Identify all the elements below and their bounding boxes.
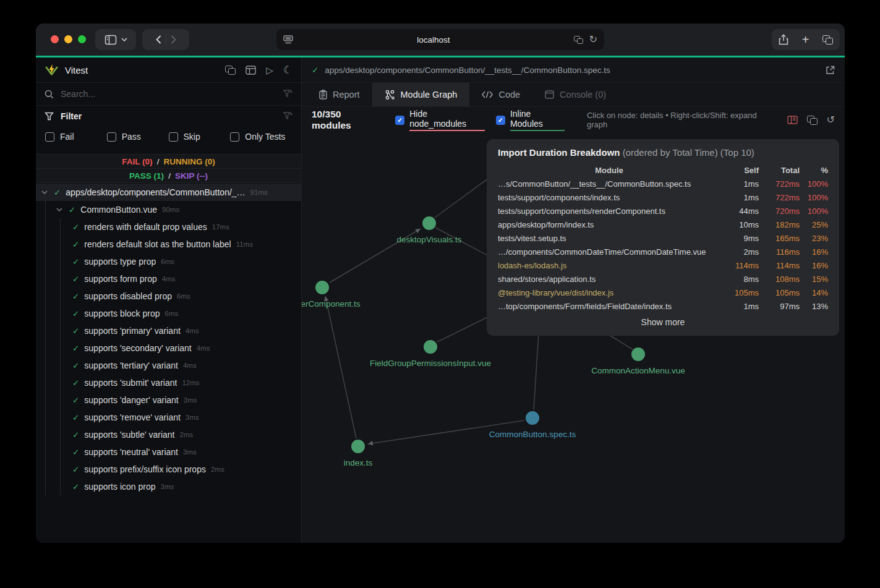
module-name[interactable]: …/components/CommonDateTime/CommonDateTi… [498,247,720,257]
module-name[interactable]: @testing-library/vue/dist/index.js [498,288,720,297]
test-case-row[interactable]: ✓ supports 'subtle' variant 2ms [36,426,301,443]
module-name[interactable]: tests/vitest.setup.ts [498,234,720,243]
test-case-row[interactable]: ✓ supports 'neutral' variant 3ms [36,443,301,461]
import-row[interactable]: tests/support/components/renderComponent… [498,204,828,218]
chevron-down-icon[interactable] [56,208,64,211]
module-node-label-FieldGroupPermissionsInput[interactable]: FieldGroupPermissionsInput.vue [370,359,491,368]
zoom-window-button[interactable] [78,35,86,43]
tab-module-graph[interactable]: Module Graph [372,83,470,106]
module-node-FieldGroupPermissionsInput[interactable] [424,340,437,354]
self-time: 1ms [720,193,759,202]
module-name[interactable]: tests/support/components/index.ts [498,193,720,202]
filter-option[interactable]: Skip [169,132,231,142]
module-node-CommonActionMenu[interactable] [631,347,645,361]
test-case-row[interactable]: ✓ renders default slot as the button lab… [36,236,301,253]
module-name[interactable]: …s/CommonButton/__tests__/CommonButton.s… [498,179,720,189]
forward-button[interactable] [171,35,176,44]
test-suite-row[interactable]: ✓ CommonButton.vue 90ms [36,201,301,218]
chevron-down-icon[interactable] [41,190,49,194]
module-name[interactable]: tests/support/components/renderComponent… [498,207,720,216]
checkbox-unchecked[interactable] [107,132,116,142]
module-name[interactable]: apps/desktop/form/index.ts [498,220,720,229]
checkbox-unchecked[interactable] [45,132,54,142]
clear-search-filter-icon[interactable] [283,90,293,98]
test-case-row[interactable]: ✓ supports 'tertiary' variant 4ms [36,357,301,374]
import-row[interactable]: @testing-library/vue/dist/index.js 105ms… [498,286,828,299]
import-row[interactable]: tests/support/components/index.ts 1ms 72… [498,190,828,204]
test-case-row[interactable]: ✓ supports 'submit' variant 12ms [36,374,301,391]
tab-report[interactable]: Report [307,83,372,106]
collapse-all-icon[interactable] [225,66,236,75]
module-node-index[interactable] [351,440,365,453]
import-row[interactable]: apps/desktop/form/index.ts 10ms 182ms 25… [498,218,828,231]
module-node-label-CommonButtonSpec[interactable]: CommonButton.spec.ts [489,430,576,439]
module-node-label-desktopVisuals[interactable]: desktopVisuals.ts [397,235,462,244]
minimize-window-button[interactable] [64,35,72,43]
test-file-row[interactable]: ✓ apps/desktop/components/CommonButton/_… [36,184,301,201]
hide-node-modules-checkbox[interactable]: ✓ Hide node_modules [395,109,485,131]
import-row[interactable]: …s/CommonButton/__tests__/CommonButton.s… [498,177,828,190]
separator: / [168,171,171,181]
module-name[interactable]: …top/components/Form/fields/FieldDate/in… [498,302,720,311]
module-graph-canvas[interactable]: desktopVisuals.tsrenderComponent.tsField… [302,133,845,543]
graph-edge [534,333,539,410]
reader-icon[interactable] [283,35,293,44]
reset-graph-icon[interactable]: ↺ [827,115,835,125]
module-node-label-renderComponent[interactable]: renderComponent.ts [302,299,361,309]
close-window-button[interactable] [51,35,59,43]
test-case-row[interactable]: ✓ supports icon prop 3ms [36,478,301,495]
module-node-renderComponent[interactable] [315,281,329,294]
module-node-desktopVisuals[interactable] [422,216,436,230]
import-row[interactable]: …/components/CommonDateTime/CommonDateTi… [498,245,828,258]
test-case-row[interactable]: ✓ supports 'secondary' variant 4ms [36,339,301,357]
checkbox-checked[interactable]: ✓ [395,116,404,125]
node-details-icon[interactable] [787,116,798,124]
theme-toggle-icon[interactable]: ☾ [283,65,293,75]
inline-modules-checkbox[interactable]: ✓ Inline Modules [496,109,565,131]
test-case-row[interactable]: ✓ supports 'danger' variant 3ms [36,391,301,409]
import-row[interactable]: lodash-es/lodash.js 114ms 114ms 16% [498,258,828,272]
checkbox-unchecked[interactable] [169,132,178,142]
search-input[interactable]: Search... [61,89,276,99]
filter-option[interactable]: Fail [45,132,107,142]
import-row[interactable]: …top/components/Form/fields/FieldDate/in… [498,299,828,313]
test-case-row[interactable]: ✓ supports block prop 6ms [36,305,301,322]
dashboard-icon[interactable] [246,66,256,75]
tab-code[interactable]: Code [469,83,532,106]
import-row[interactable]: shared/stores/application.ts 8ms 108ms 1… [498,272,828,286]
test-case-row[interactable]: ✓ renders with default prop values 17ms [36,218,301,236]
new-tab-icon[interactable]: + [802,33,810,46]
module-node-label-index[interactable]: index.ts [344,458,373,467]
search-bar[interactable]: Search... [36,83,301,106]
test-case-row[interactable]: ✓ supports 'remove' variant 3ms [36,409,301,426]
share-icon[interactable] [779,34,788,45]
test-case-row[interactable]: ✓ supports prefix/suffix icon props 2ms [36,461,301,478]
module-node-CommonButtonSpec[interactable] [526,411,539,425]
filter-option[interactable]: Only Tests [230,132,292,142]
checkbox-unchecked[interactable] [230,132,239,142]
test-case-row[interactable]: ✓ supports disabled prop 6ms [36,288,301,305]
copy-graph-icon[interactable] [807,116,818,125]
test-case-row[interactable]: ✓ supports form prop 4ms [36,270,301,288]
open-external-icon[interactable] [826,66,835,75]
reload-icon[interactable]: ↻ [589,35,597,45]
filter-option[interactable]: Pass [107,132,169,142]
clear-filter-icon[interactable] [283,112,293,121]
tab-console[interactable]: Console (0) [532,83,618,106]
module-name[interactable]: shared/stores/application.ts [498,275,720,284]
run-all-icon[interactable]: ▷ [266,66,273,75]
checkbox-checked[interactable]: ✓ [496,116,505,125]
module-node-label-CommonActionMenu[interactable]: CommonActionMenu.vue [591,366,685,375]
show-more-button[interactable]: Show more [498,317,828,327]
tab-overview-icon[interactable] [822,35,833,45]
import-row[interactable]: tests/vitest.setup.ts 9ms 165ms 23% [498,231,828,245]
search-icon [45,90,54,99]
sidebar-toggle-button[interactable] [95,29,136,50]
back-button[interactable] [156,35,161,44]
module-name[interactable]: lodash-es/lodash.js [498,261,720,270]
address-text[interactable]: localhost [293,35,574,45]
test-case-row[interactable]: ✓ supports type prop 6ms [36,253,301,270]
address-bar[interactable]: localhost ↻ [276,29,604,50]
page-options-icon[interactable] [574,36,583,44]
test-case-row[interactable]: ✓ supports 'primary' variant 4ms [36,322,301,339]
